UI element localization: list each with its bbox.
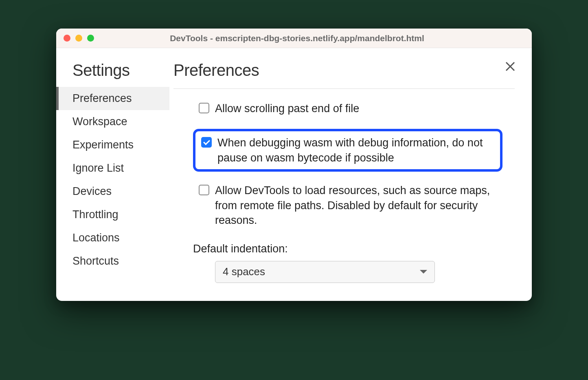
option-label: When debugging wasm with debug informati… (217, 135, 494, 165)
option-allow-remote-file-paths[interactable]: Allow DevTools to load resources, such a… (193, 180, 515, 231)
close-icon (504, 60, 516, 73)
content-area: Settings Preferences Workspace Experimen… (56, 48, 532, 301)
sidebar-item-label: Devices (72, 185, 112, 197)
chevron-down-icon (420, 270, 427, 274)
sidebar-item-label: Ignore List (72, 162, 124, 174)
window-maximize-button[interactable] (87, 35, 94, 42)
devtools-settings-window: DevTools - emscripten-dbg-stories.netlif… (56, 29, 532, 301)
checkbox-allow-scroll-past-eof[interactable] (199, 103, 209, 113)
traffic-lights (64, 35, 94, 42)
option-allow-scroll-past-eof[interactable]: Allow scrolling past end of file (193, 98, 515, 119)
option-wasm-no-pause-bytecode[interactable]: When debugging wasm with debug informati… (193, 129, 502, 172)
sidebar-item-label: Workspace (72, 115, 127, 128)
sidebar-item-workspace[interactable]: Workspace (56, 110, 169, 133)
window-close-button[interactable] (64, 35, 70, 42)
sidebar-item-label: Locations (72, 232, 120, 244)
sidebar-item-locations[interactable]: Locations (56, 226, 169, 250)
option-label: Allow scrolling past end of file (215, 101, 359, 116)
sidebar-item-devices[interactable]: Devices (56, 180, 169, 203)
indentation-label: Default indentation: (193, 243, 515, 255)
window-title: DevTools - emscripten-dbg-stories.netlif… (94, 33, 500, 43)
sidebar-item-preferences[interactable]: Preferences (56, 87, 169, 110)
sidebar-title: Settings (56, 61, 169, 87)
indentation-field: Default indentation: 4 spaces (193, 241, 515, 283)
sidebar-item-label: Preferences (72, 92, 132, 104)
titlebar: DevTools - emscripten-dbg-stories.netlif… (56, 29, 532, 48)
indentation-value: 4 spaces (223, 265, 265, 278)
checkbox-allow-remote-file-paths[interactable] (199, 185, 209, 195)
sidebar-item-ignore-list[interactable]: Ignore List (56, 157, 169, 180)
sidebar-item-label: Shortcuts (72, 255, 119, 267)
sidebar-item-experiments[interactable]: Experiments (56, 133, 169, 157)
sidebar-item-label: Throttling (72, 208, 118, 221)
sidebar-item-label: Experiments (72, 139, 134, 151)
indentation-select[interactable]: 4 spaces (215, 261, 435, 283)
preferences-panel: Preferences Allow scrolling past end of … (169, 48, 532, 301)
sidebar-item-shortcuts[interactable]: Shortcuts (56, 250, 169, 273)
close-settings-button[interactable] (504, 60, 516, 73)
checkbox-wasm-no-pause-bytecode[interactable] (201, 137, 212, 148)
option-label: Allow DevTools to load resources, such a… (215, 183, 509, 228)
window-minimize-button[interactable] (75, 35, 82, 42)
settings-sidebar: Settings Preferences Workspace Experimen… (56, 48, 169, 301)
options-list: Allow scrolling past end of file When de… (173, 89, 515, 283)
panel-title: Preferences (173, 61, 515, 89)
sidebar-item-throttling[interactable]: Throttling (56, 203, 169, 226)
